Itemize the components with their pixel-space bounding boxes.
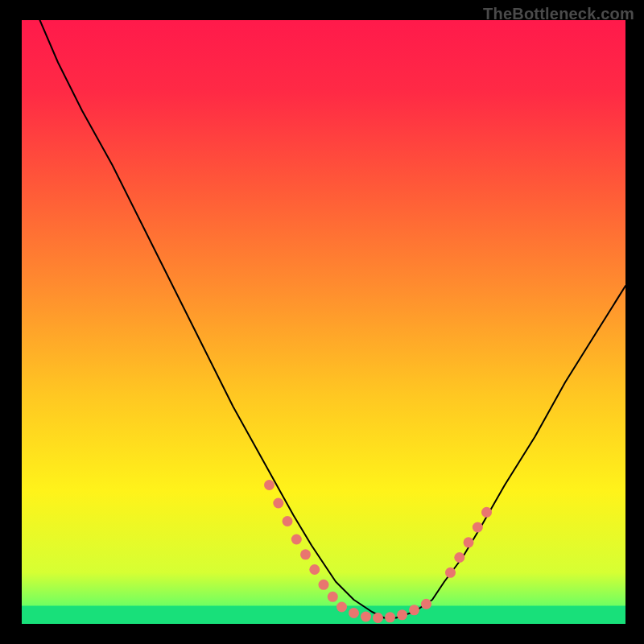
data-marker [273, 498, 283, 509]
data-marker [300, 549, 311, 559]
data-marker [397, 609, 407, 620]
green-band [22, 606, 625, 625]
data-marker [464, 537, 474, 547]
data-marker [454, 552, 464, 563]
watermark-text: TheBottleneck.com [483, 5, 634, 23]
plot-area [20, 20, 625, 625]
data-marker [319, 580, 329, 590]
data-marker [349, 608, 359, 618]
data-marker [473, 522, 483, 533]
stage: TheBottleneck.com [0, 0, 644, 644]
bottleneck-curve-chart [22, 20, 625, 624]
data-marker [445, 568, 456, 578]
data-marker [385, 612, 395, 622]
data-marker [361, 612, 371, 622]
data-marker [373, 613, 383, 623]
data-marker [328, 592, 338, 602]
data-marker [264, 480, 275, 490]
data-marker [309, 564, 320, 575]
data-marker [421, 599, 431, 609]
data-marker [283, 516, 293, 526]
data-marker [291, 535, 302, 545]
gradient-background [22, 20, 625, 624]
data-marker [409, 605, 419, 615]
data-marker [336, 602, 347, 613]
data-marker [481, 507, 492, 518]
